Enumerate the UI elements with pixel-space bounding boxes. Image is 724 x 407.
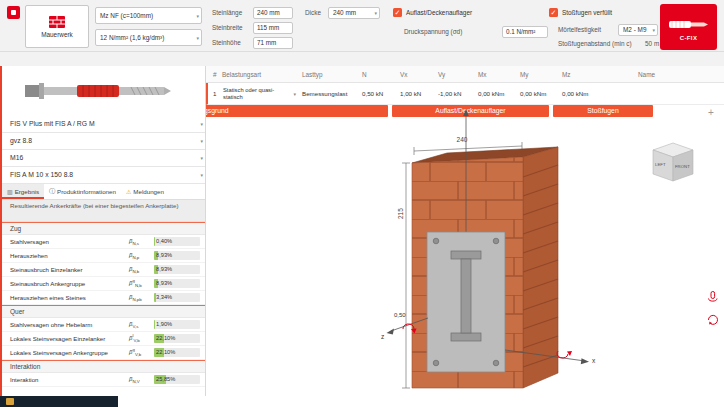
cfix-application: Mauerwerk Mz NF (c=100mm) ▾ 12 N/mm² (1,…	[0, 0, 724, 407]
view-cube[interactable]: LEFT FRONT	[653, 143, 693, 181]
auflast-checkbox[interactable]: ✓	[393, 8, 402, 17]
anchor-product-illustration	[19, 71, 189, 111]
chevron-down-icon: ▾	[200, 139, 203, 144]
cube-left-label: LEFT	[655, 162, 666, 167]
steinlaenge-label: Steinlänge	[212, 9, 242, 16]
moertel-label: Mörtelfestigkeit	[558, 26, 601, 33]
mz-value: 0,00 kNm	[562, 90, 638, 97]
stone-strength-select[interactable]: 12 N/mm² (1,6 kg/dm³) ▾	[95, 29, 202, 46]
info-icon: ⓘ	[49, 187, 55, 196]
col-num: #	[213, 71, 222, 78]
moertel-select[interactable]: M2 - M9 ▾	[618, 24, 658, 36]
chevron-down-icon: ▾	[196, 13, 199, 18]
taskbar-icon[interactable]	[6, 398, 14, 405]
utilization-bar: 0,40%	[154, 237, 200, 246]
result-row: Lokales Steinversagen Ankergruppe βgV,b …	[2, 346, 205, 360]
section-button-bar: Verankerungsgrund Auflast/Deckenauflager…	[0, 52, 724, 66]
utilization-bar: 25,85%	[154, 375, 200, 384]
col-my: My	[520, 71, 562, 78]
touch-drag-icon[interactable]	[706, 290, 719, 303]
rotate-gesture-icon[interactable]	[706, 313, 719, 326]
results-title: Resultierende Ankerkräfte (bei einer bie…	[2, 200, 205, 222]
utilization-symbol: βN,pb	[129, 292, 152, 302]
utilization-symbol: βN,b	[129, 264, 152, 274]
brick-icon	[49, 16, 65, 28]
cfix-label: C-FIX	[680, 35, 698, 41]
tab-produktinformationen[interactable]: ⓘ Produktinformationen	[44, 184, 121, 199]
taskbar-fragment[interactable]	[0, 396, 118, 407]
product-select-size[interactable]: M16 ▾	[2, 150, 205, 167]
product-select-coating[interactable]: gvz 8.8 ▾	[2, 133, 205, 150]
belastungsart-value: Statisch oder quasi-statisch	[223, 87, 274, 100]
sidebar-tabs: ▥ Ergebnis ⓘ Produktinformationen ⚠ Meld…	[2, 184, 205, 200]
chevron-down-icon: ▾	[200, 122, 203, 127]
material-mauerwerk-button[interactable]: Mauerwerk	[25, 5, 89, 48]
product-select-system[interactable]: FIS V Plus mit FIS A / RG M ▾	[2, 116, 205, 133]
stossfugenabstand-value: 50 m	[645, 40, 659, 47]
result-label: Stahlversagen	[10, 238, 127, 245]
3d-viewport[interactable]: 240 215	[206, 105, 724, 396]
belastungsart-select[interactable]: Statisch oder quasi-statisch ▾	[222, 86, 298, 102]
steinlaenge-input[interactable]: 240 mm	[253, 7, 293, 19]
result-label: Steinausbruch Einzelanker	[10, 266, 127, 273]
moertel-value: M2 - M9	[623, 26, 646, 33]
result-row: Steinausbruch Einzelanker βN,b 8,93%	[2, 263, 205, 277]
col-vy: Vy	[438, 71, 478, 78]
utilization-bar: 8,93%	[154, 265, 200, 274]
chevron-down-icon: ▾	[374, 11, 377, 16]
result-label: Herausziehen	[10, 252, 127, 259]
chevron-down-icon: ▾	[652, 28, 655, 33]
result-row: Lokales Steinversagen Einzelanker βlV,b …	[2, 332, 205, 346]
steinhoehe-input[interactable]: 71 mm	[253, 37, 293, 49]
stone-strength-value: 12 N/mm² (1,6 kg/dm³)	[100, 34, 164, 41]
chart-icon: ▥	[7, 188, 13, 195]
product-system-value: FIS V Plus mit FIS A / RG M	[10, 120, 95, 127]
section-header-quer: Quer	[2, 305, 205, 318]
druckspannung-label: Druckspannung (σd)	[404, 28, 462, 35]
load-table-row[interactable]: 1 Statisch oder quasi-statisch ▾ Bemessu…	[206, 83, 724, 105]
vx-value: 1,00 kN	[400, 90, 438, 97]
steinhoehe-label: Steinhöhe	[212, 39, 241, 46]
product-select-article[interactable]: FIS A M 10 x 150 8.8 ▾	[2, 167, 205, 184]
dimension-height-label: 215	[397, 208, 404, 219]
chevron-down-icon: ▾	[200, 156, 203, 161]
utilization-bar: 8,93%	[154, 279, 200, 288]
result-row: Herausziehen βN,p 8,93%	[2, 249, 205, 263]
result-label: Steinausbruch Ankergruppe	[10, 280, 127, 287]
stone-type-select[interactable]: Mz NF (c=100mm) ▾	[95, 7, 202, 24]
result-row: Steinausbruch Ankergruppe βgN,b 8,93%	[2, 277, 205, 291]
stossfugen-checkbox-label: Stoßfugen verfüllt	[562, 9, 612, 16]
gesture-toolbar	[706, 290, 719, 326]
result-row: Herausziehen eines Steines βN,pb 3,34%	[2, 291, 205, 305]
utilization-symbol: βgV,b	[129, 347, 152, 357]
result-row: Stahlversagen βN,s 0,40%	[2, 235, 205, 249]
load-value-label: 0,50	[394, 312, 406, 318]
utilization-bar: 22,10%	[154, 334, 200, 343]
dicke-select[interactable]: 240 mm ▾	[328, 7, 380, 19]
tab-meldungen[interactable]: ⚠ Meldungen	[121, 184, 169, 199]
anchor-icon	[667, 14, 711, 34]
steinbreite-input[interactable]: 115 mm	[253, 22, 293, 34]
result-row: Interaktion βN,V 25,85%	[2, 373, 205, 387]
axis-z-label: z	[381, 333, 384, 340]
result-label: Stahlversagen ohne Hebelarm	[10, 321, 127, 328]
result-label: Lokales Steinversagen Ankergruppe	[10, 349, 127, 356]
app-icon[interactable]	[7, 6, 20, 19]
result-row: Stahlversagen ohne Hebelarm βV,s 1,90%	[2, 318, 205, 332]
my-value: 0,00 kNm	[520, 90, 562, 97]
chevron-down-icon: ▾	[200, 173, 203, 178]
check-icon: ✓	[551, 9, 557, 16]
utilization-symbol: βN,s	[129, 236, 152, 246]
dicke-value: 240 mm	[333, 9, 356, 16]
druckspannung-input[interactable]: 0.1 N/mm²	[502, 26, 548, 38]
stossfugen-checkbox[interactable]: ✓	[549, 8, 558, 17]
cfix-product-button[interactable]: C-FIX	[660, 4, 717, 50]
axis-x-label: x	[592, 357, 596, 364]
col-mx: Mx	[478, 71, 520, 78]
chevron-down-icon: ▾	[293, 91, 296, 96]
section-header-interaktion: Interaktion	[2, 360, 205, 373]
tab-ergebnis[interactable]: ▥ Ergebnis	[2, 184, 44, 199]
utilization-symbol: βN,p	[129, 250, 152, 260]
tab-meldungen-label: Meldungen	[133, 188, 164, 195]
mx-value: 0,00 kNm	[478, 90, 520, 97]
